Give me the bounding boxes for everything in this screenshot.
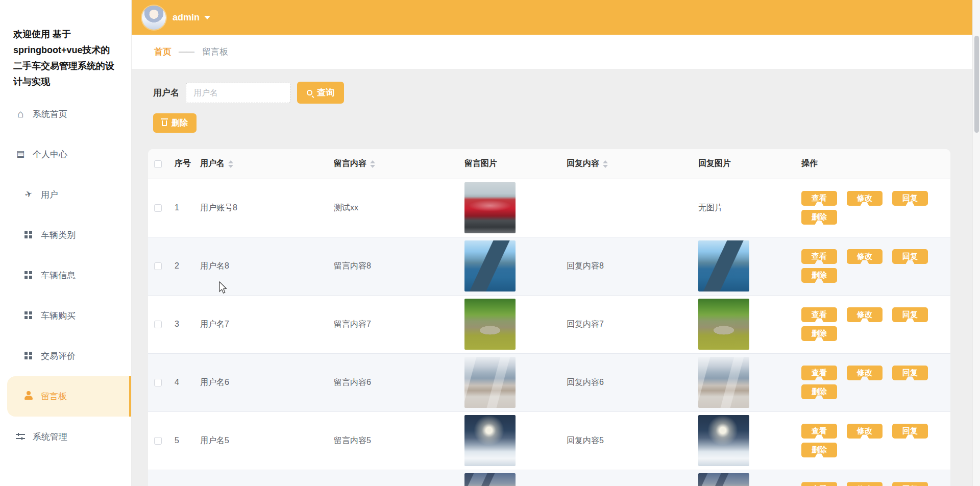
- column-header: 回复内容: [567, 149, 698, 179]
- sidebar-item-5[interactable]: 车辆购买: [0, 296, 131, 336]
- grid-icon: [23, 270, 34, 280]
- row-actions: 查看 修改 回复 删除: [801, 247, 946, 285]
- view-button[interactable]: 查看: [801, 307, 837, 322]
- row-reply-content: 回复内容5: [567, 411, 698, 470]
- home-icon: [15, 109, 26, 119]
- row-message-content: [334, 470, 464, 486]
- reply-photo: [698, 299, 749, 350]
- column-header: 操作: [801, 149, 950, 179]
- view-button[interactable]: 查看: [801, 366, 837, 380]
- row-actions: 查看 修改 回复 删除: [801, 422, 946, 459]
- message-photo: [464, 415, 516, 466]
- row-username: [200, 470, 334, 486]
- person-icon: [23, 391, 34, 401]
- breadcrumb: 首页 —— 留言板: [132, 35, 980, 69]
- reply-button[interactable]: 回复: [892, 424, 928, 439]
- breadcrumb-current: 留言板: [202, 46, 228, 58]
- reply-button[interactable]: 回复: [892, 482, 928, 486]
- edit-button[interactable]: 修改: [847, 424, 883, 439]
- reply-button[interactable]: 回复: [892, 307, 928, 322]
- message-photo: [464, 240, 516, 291]
- no-image-text: 无图片: [698, 203, 723, 212]
- row-username: 用户账号8: [200, 179, 334, 237]
- view-button[interactable]: 查看: [801, 482, 837, 486]
- sidebar-item-0[interactable]: 系统首页: [0, 94, 131, 134]
- row-username: 用户名7: [200, 295, 334, 353]
- select-all-checkbox[interactable]: [154, 160, 162, 168]
- view-button[interactable]: 查看: [801, 424, 837, 439]
- view-button[interactable]: 查看: [801, 191, 837, 206]
- row-index: 5: [175, 411, 200, 470]
- row-index: 1: [175, 179, 200, 237]
- row-message-content: 留言内容5: [334, 411, 464, 470]
- grid-icon: [23, 310, 34, 321]
- reply-button[interactable]: 回复: [892, 366, 928, 380]
- reply-button[interactable]: 回复: [892, 191, 928, 206]
- sidebar-item-2[interactable]: 用户: [0, 175, 131, 215]
- sidebar-item-6[interactable]: 交易评价: [0, 336, 131, 376]
- panel-icon: [15, 149, 26, 159]
- app-root: 欢迎使用 基于springboot+vue技术的二手车交易管理系统的设计与实现 …: [0, 0, 980, 486]
- sidebar-item-7[interactable]: 留言板: [7, 376, 131, 417]
- search-row: 用户名 查询: [148, 69, 950, 104]
- row-username: 用户名5: [200, 411, 334, 470]
- sidebar-item-label: 个人中心: [33, 149, 67, 160]
- message-photo: [464, 182, 516, 233]
- edit-button[interactable]: 修改: [847, 482, 883, 486]
- delete-row-button[interactable]: 删除: [801, 384, 837, 399]
- username[interactable]: admin: [173, 12, 200, 23]
- sidebar-item-label: 系统管理: [33, 431, 67, 443]
- sort-icons[interactable]: [228, 160, 233, 168]
- content: 用户名 查询 删除: [132, 69, 980, 486]
- delete-button[interactable]: 删除: [153, 113, 197, 133]
- sort-icons[interactable]: [603, 160, 608, 168]
- delete-row-button[interactable]: 删除: [801, 443, 837, 457]
- sidebar-item-label: 车辆购买: [41, 310, 76, 322]
- edit-button[interactable]: 修改: [847, 307, 883, 322]
- sort-icons[interactable]: [370, 160, 375, 168]
- breadcrumb-home[interactable]: 首页: [154, 46, 172, 58]
- sidebar-item-3[interactable]: 车辆类别: [0, 215, 131, 255]
- edit-button[interactable]: 修改: [847, 249, 883, 264]
- avatar[interactable]: [142, 6, 166, 30]
- row-checkbox[interactable]: [154, 321, 162, 328]
- breadcrumb-separator: ——: [179, 47, 193, 57]
- edit-button[interactable]: 修改: [847, 191, 883, 206]
- delete-row-button[interactable]: 删除: [801, 210, 837, 225]
- sidebar-item-8[interactable]: 系统管理: [0, 417, 131, 457]
- delete-row-button[interactable]: 删除: [801, 268, 837, 283]
- delete-row-button[interactable]: 删除: [801, 326, 837, 341]
- delete-button-label: 删除: [172, 118, 188, 129]
- search-label: 用户名: [153, 87, 179, 99]
- view-button[interactable]: 查看: [801, 249, 837, 264]
- grid-icon: [23, 351, 34, 361]
- search-button-label: 查询: [317, 87, 334, 99]
- sidebar-item-label: 车辆类别: [41, 229, 76, 241]
- row-username: 用户名6: [200, 353, 334, 411]
- sidebar-item-4[interactable]: 车辆信息: [0, 255, 131, 296]
- row-index: [175, 470, 200, 486]
- edit-button[interactable]: 修改: [847, 366, 883, 380]
- message-table: 序号 用户名 留言内容 留言图片 回复内容 回复图片 操作 1 用户账号8 测试…: [148, 149, 950, 486]
- search-input[interactable]: [186, 83, 290, 103]
- table-card: 序号 用户名 留言内容 留言图片 回复内容 回复图片 操作 1 用户账号8 测试…: [148, 149, 950, 486]
- scrollbar[interactable]: [972, 0, 980, 486]
- chevron-down-icon[interactable]: [204, 16, 210, 19]
- main-area: admin 首页 —— 留言板 用户名 查询 删除: [132, 0, 980, 486]
- row-checkbox[interactable]: [154, 379, 162, 386]
- table-row: 5 用户名5 留言内容5 回复内容5 查看 修改 回复 删除: [148, 411, 950, 470]
- scrollbar-thumb[interactable]: [974, 36, 979, 133]
- table-row: 1 用户账号8 测试xx 无图片 查看 修改 回复 删除: [148, 179, 950, 237]
- table-row: 4 用户名6 留言内容6 回复内容6 查看 修改 回复 删除: [148, 353, 950, 411]
- sidebar-title: 欢迎使用 基于springboot+vue技术的二手车交易管理系统的设计与实现: [0, 27, 131, 90]
- row-checkbox[interactable]: [154, 262, 162, 270]
- row-checkbox[interactable]: [154, 204, 162, 212]
- sidebar-item-1[interactable]: 个人中心: [0, 134, 131, 175]
- search-button[interactable]: 查询: [297, 82, 344, 104]
- row-checkbox[interactable]: [154, 437, 162, 445]
- reply-button[interactable]: 回复: [892, 249, 928, 264]
- row-username: 用户名8: [200, 237, 334, 295]
- row-actions: 查看 修改 回复 删除: [801, 363, 946, 401]
- sliders-icon: [15, 431, 26, 442]
- reply-photo: [698, 240, 749, 291]
